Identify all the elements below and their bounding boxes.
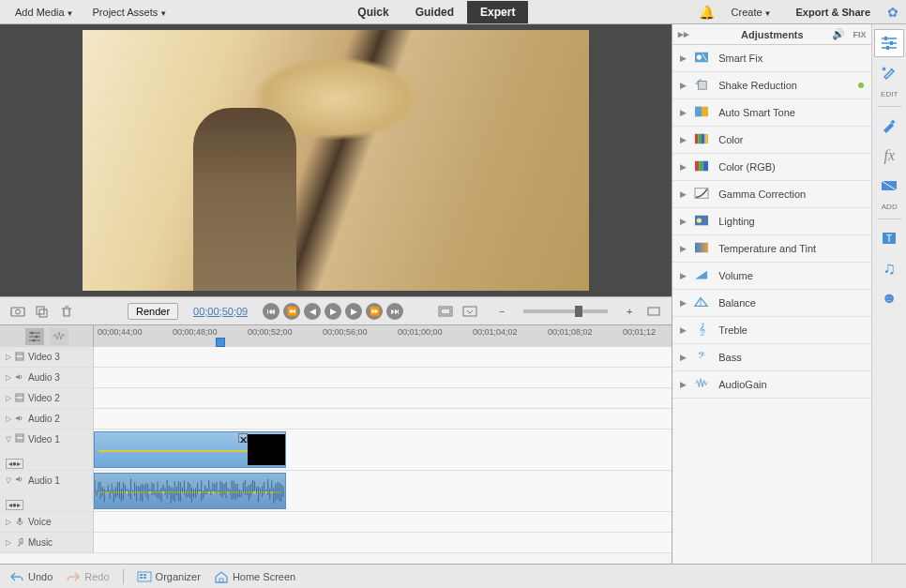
svg-rect-149: [140, 577, 143, 579]
track-lane[interactable]: [94, 388, 672, 408]
track-header[interactable]: ▽Video 1◂●▸: [0, 430, 94, 470]
track-expand-icon[interactable]: ▷: [6, 538, 11, 547]
graphics-tool[interactable]: ☻: [874, 284, 904, 312]
track-expand-icon[interactable]: ▷: [6, 518, 11, 526]
svg-point-9: [35, 335, 38, 338]
preview-frame[interactable]: [83, 30, 589, 291]
timeline-clip[interactable]: [94, 473, 286, 509]
track-expand-icon[interactable]: ▷: [6, 373, 11, 382]
track-lane[interactable]: ✕: [94, 430, 672, 470]
add-media-menu[interactable]: Add Media▼: [8, 3, 82, 22]
undo-button[interactable]: Undo: [9, 571, 53, 582]
adjustment-item[interactable]: ▶AudioGain: [672, 371, 871, 399]
adjust-tool[interactable]: [874, 29, 904, 57]
notifications-icon[interactable]: 🔔: [699, 5, 715, 20]
tools-tool[interactable]: [874, 59, 904, 87]
goto-end-button[interactable]: ⏭: [386, 303, 403, 320]
adjustment-item[interactable]: ▶Shake Reduction: [672, 72, 871, 99]
create-menu[interactable]: Create▼: [724, 3, 779, 22]
speaker-indicator-icon[interactable]: 🔊: [832, 28, 845, 40]
track-lane[interactable]: [94, 471, 672, 511]
track-header[interactable]: ▷Audio 3: [0, 368, 94, 387]
mode-tab-quick[interactable]: Quick: [344, 1, 401, 23]
adjustment-item[interactable]: ▶Gamma Correction: [672, 181, 871, 208]
track-lane[interactable]: [94, 368, 672, 387]
adjustment-item[interactable]: ▶Balance: [672, 290, 871, 317]
settings-icon[interactable]: ✿: [887, 5, 898, 20]
export-share-button[interactable]: Export & Share: [789, 3, 878, 22]
track-expand-icon[interactable]: ▷: [6, 394, 11, 402]
timeline-sliders-icon[interactable]: [25, 328, 44, 345]
safe-margin-icon[interactable]: [437, 303, 454, 320]
track-expand-icon[interactable]: ▷: [6, 415, 11, 423]
clip-marker-icon[interactable]: ✕: [238, 433, 248, 443]
track-header[interactable]: ▽Audio 1◂●▸: [0, 471, 94, 511]
adjustment-item[interactable]: ▶Lighting: [672, 208, 871, 235]
zoom-slider[interactable]: [523, 309, 608, 313]
zoom-in-icon[interactable]: +: [621, 303, 638, 320]
playhead[interactable]: [216, 338, 225, 347]
fit-icon[interactable]: [645, 303, 662, 320]
svg-rect-127: [699, 134, 702, 144]
copy-icon[interactable]: [34, 303, 51, 320]
time-ruler[interactable]: 00;00;44;0000;00;48;0000;00;52;0000;00;5…: [94, 325, 672, 347]
music-tool[interactable]: ♫: [874, 254, 904, 282]
adjustment-item[interactable]: ▶Auto Smart Tone: [672, 99, 871, 127]
track-lane[interactable]: [94, 512, 672, 532]
step-fwd-button[interactable]: ▶: [345, 303, 362, 320]
left-area: Render 00;00;50;09 ⏮ ⏪ ◀ ▶ ▶ ⏩ ⏭ − +: [0, 24, 672, 564]
chevron-right-icon: ▶: [680, 244, 687, 253]
adjustment-item[interactable]: ▶𝄢Bass: [672, 344, 871, 371]
adjustment-icon: [694, 78, 711, 93]
track-expand-icon[interactable]: ▷: [6, 353, 11, 361]
timeline-wave-icon[interactable]: [50, 328, 68, 345]
adjustment-label: Shake Reduction: [718, 80, 797, 91]
render-button[interactable]: Render: [128, 303, 178, 320]
track-header[interactable]: ▷Voice: [0, 512, 94, 532]
track-header[interactable]: ▷Video 2: [0, 388, 94, 408]
home-screen-button[interactable]: Home Screen: [214, 570, 295, 583]
fast-fwd-button[interactable]: ⏩: [366, 303, 383, 320]
adjustment-item[interactable]: ▶Color (RGB): [672, 154, 871, 181]
adjustment-item[interactable]: ▶Smart Fix: [672, 45, 871, 72]
track-row: ▷Video 2: [0, 388, 672, 409]
adjustment-item[interactable]: ▶Temperature and Tint: [672, 235, 871, 263]
adjustment-label: Volume: [718, 270, 753, 281]
mode-tab-guided[interactable]: Guided: [402, 1, 467, 23]
timeline-clip[interactable]: ✕: [94, 431, 286, 468]
project-assets-menu[interactable]: Project Assets▼: [85, 3, 175, 22]
zoom-out-icon[interactable]: −: [493, 303, 510, 320]
track-lane[interactable]: [94, 347, 672, 367]
track-type-icon: [15, 517, 24, 528]
timecode-display[interactable]: 00;00;50;09: [186, 306, 255, 317]
adjustment-item[interactable]: ▶Volume: [672, 263, 871, 290]
goto-start-button[interactable]: ⏮: [263, 303, 279, 320]
step-back-button[interactable]: ◀: [304, 303, 321, 320]
adjustment-item[interactable]: ▶Color: [672, 127, 871, 154]
track-expand-icon[interactable]: ▽: [6, 476, 11, 485]
organizer-button[interactable]: Organizer: [137, 571, 201, 582]
play-button[interactable]: ▶: [325, 303, 341, 320]
track-lane[interactable]: [94, 533, 672, 552]
adjustment-label: Gamma Correction: [718, 188, 806, 200]
trash-icon[interactable]: [58, 303, 75, 320]
redo-button[interactable]: Redo: [66, 571, 109, 582]
transitions-tool[interactable]: [874, 172, 904, 200]
track-lane[interactable]: [94, 409, 672, 429]
rewind-button[interactable]: ⏪: [283, 303, 300, 320]
mode-tab-expert[interactable]: Expert: [467, 1, 528, 23]
track-expand-icon[interactable]: ▽: [6, 435, 11, 444]
track-header[interactable]: ▷Music: [0, 533, 94, 552]
track-sub-btn[interactable]: ◂●▸: [6, 459, 23, 469]
collapse-panel-icon[interactable]: ▸▸: [678, 28, 689, 40]
applied-effects-tool[interactable]: [874, 112, 904, 140]
track-sub-btn[interactable]: ◂●▸: [6, 500, 23, 510]
camera-icon[interactable]: [9, 303, 26, 320]
effects-tool[interactable]: fx: [874, 142, 904, 170]
track-header[interactable]: ▷Video 3: [0, 347, 94, 367]
titles-tool[interactable]: T: [874, 224, 904, 252]
fullscreen-icon[interactable]: [461, 303, 478, 320]
adjustment-item[interactable]: ▶𝄞Treble: [672, 317, 871, 344]
track-header[interactable]: ▷Audio 2: [0, 409, 94, 429]
svg-point-1: [16, 309, 21, 314]
